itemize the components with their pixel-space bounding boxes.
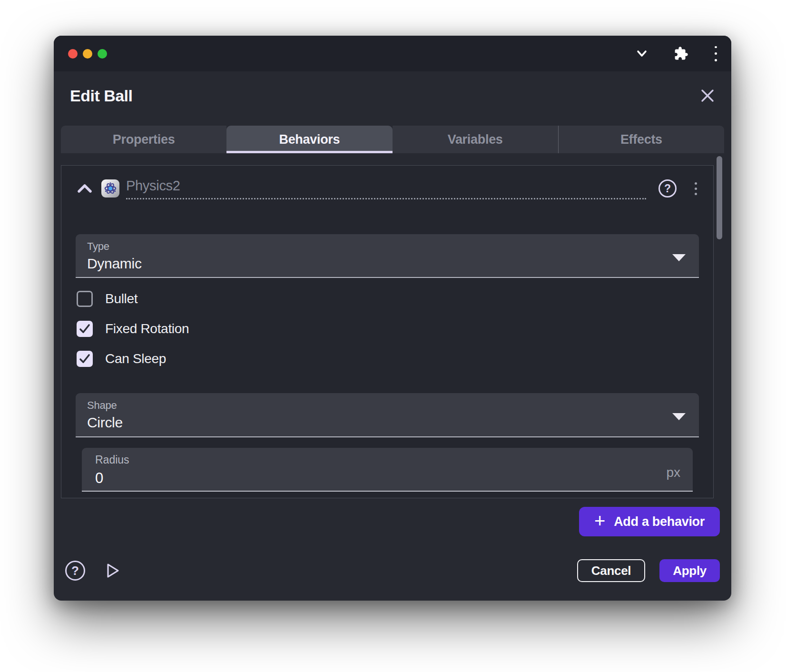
question-mark-icon: ? xyxy=(65,561,85,581)
tab-behaviors[interactable]: Behaviors xyxy=(226,126,392,153)
page-title: Edit Ball xyxy=(70,87,133,105)
extensions-puzzle-icon[interactable] xyxy=(673,46,688,61)
tab-bar: Properties Behaviors Variables Effects xyxy=(61,126,724,153)
play-icon xyxy=(103,562,121,580)
cancel-button[interactable]: Cancel xyxy=(577,559,645,582)
apply-button[interactable]: Apply xyxy=(659,559,720,582)
checkbox-bullet[interactable]: Bullet xyxy=(77,291,699,307)
tab-properties[interactable]: Properties xyxy=(61,126,226,153)
behavior-name-field[interactable]: Physics2 xyxy=(126,178,646,199)
checkbox-label: Bullet xyxy=(105,291,138,306)
shape-select[interactable]: Shape Circle xyxy=(76,393,699,437)
dropdown-caret-icon xyxy=(672,254,686,261)
behavior-header-row: Physics2 ? xyxy=(76,174,699,203)
type-select[interactable]: Type Dynamic xyxy=(76,234,699,278)
dialog-help-button[interactable]: ? xyxy=(65,561,85,581)
behavior-options-kebab-icon[interactable] xyxy=(693,179,699,198)
close-icon xyxy=(698,86,717,105)
checkbox-can-sleep[interactable]: Can Sleep xyxy=(77,351,699,367)
checkbox-label: Fixed Rotation xyxy=(105,321,189,336)
close-dialog-button[interactable] xyxy=(698,86,717,105)
physics-behavior-atom-icon xyxy=(101,179,119,198)
radius-input[interactable]: Radius 0 px xyxy=(82,448,693,492)
traffic-lights xyxy=(68,49,107,59)
type-select-label: Type xyxy=(87,240,688,253)
type-select-value: Dynamic xyxy=(87,256,688,272)
checkbox-icon xyxy=(77,351,93,367)
minimize-window-button[interactable] xyxy=(83,49,92,59)
shape-select-label: Shape xyxy=(87,399,688,412)
dialog-footer: ? Cancel Apply xyxy=(54,553,731,601)
collapse-behavior-button[interactable] xyxy=(76,183,94,194)
dropdown-caret-icon xyxy=(672,413,686,420)
behavior-help-button[interactable]: ? xyxy=(658,179,677,198)
close-window-button[interactable] xyxy=(68,49,78,59)
radius-input-value: 0 xyxy=(95,470,681,487)
tab-effects[interactable]: Effects xyxy=(558,126,724,153)
maximize-window-button[interactable] xyxy=(98,49,107,59)
add-behavior-button[interactable]: + Add a behavior xyxy=(579,507,720,536)
add-behavior-row: + Add a behavior xyxy=(54,498,731,536)
checkbox-icon xyxy=(77,291,93,307)
edit-object-dialog-window: Edit Ball Properties Behaviors Variables… xyxy=(54,36,731,601)
radius-unit-label: px xyxy=(666,465,680,480)
checkbox-label: Can Sleep xyxy=(105,351,166,366)
kebab-menu-icon[interactable] xyxy=(712,46,719,61)
checkbox-icon xyxy=(77,321,93,337)
radius-input-label: Radius xyxy=(95,454,681,466)
shape-select-value: Circle xyxy=(87,415,688,431)
titlebar xyxy=(54,36,731,71)
question-mark-icon: ? xyxy=(658,179,677,198)
add-behavior-label: Add a behavior xyxy=(614,514,705,529)
checkbox-group: Bullet Fixed Rotation Can Sleep xyxy=(77,291,699,367)
behaviors-panel: Physics2 ? Type Dynamic Bullet xyxy=(61,165,714,498)
scrollbar-thumb[interactable] xyxy=(717,156,722,239)
tab-variables[interactable]: Variables xyxy=(393,126,558,153)
preview-play-button[interactable] xyxy=(103,562,121,580)
chevron-down-icon[interactable] xyxy=(634,46,649,61)
chevron-up-icon xyxy=(77,183,93,194)
checkbox-fixed-rotation[interactable]: Fixed Rotation xyxy=(77,321,699,337)
dialog-header: Edit Ball xyxy=(54,71,731,116)
